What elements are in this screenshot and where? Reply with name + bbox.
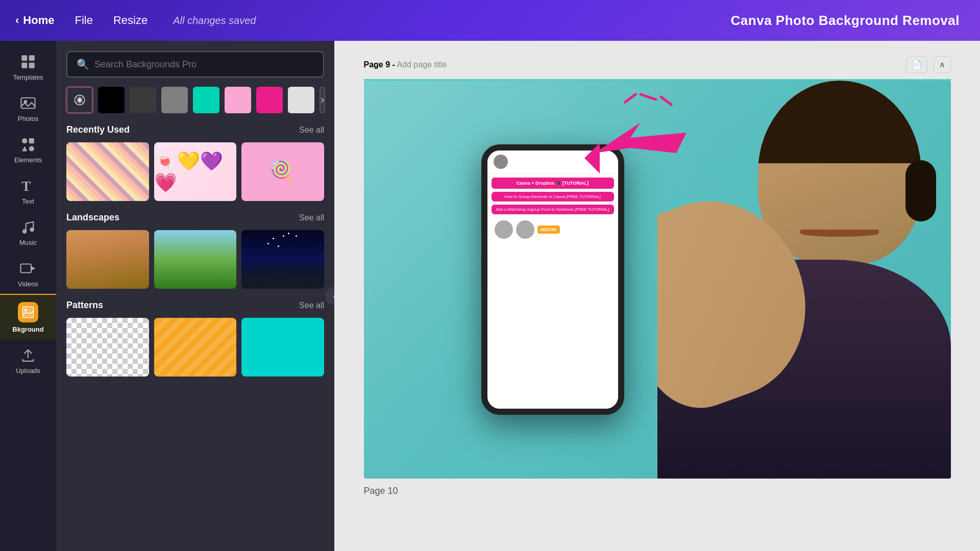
hearts-emoji: 🍬💛💜💗	[154, 151, 237, 193]
phone-content: Canva + Dropbox 🎓 [TUTORIAL] How to Grou…	[487, 173, 618, 409]
candy-texture	[66, 142, 149, 201]
panel-collapse-button[interactable]: ‹	[325, 287, 334, 305]
canvas-area: Page 9 - Add page title 📄 ∧	[334, 41, 980, 551]
recently-used-grid: 🍬💛💜💗 🍭	[66, 142, 324, 201]
sidebar-item-text[interactable]: T Text	[0, 170, 56, 211]
thumb-desert[interactable]	[66, 230, 149, 289]
search-icon: 🔍	[77, 58, 89, 70]
color-swatches-row: ›	[66, 87, 324, 113]
landscapes-grid	[66, 230, 324, 289]
sidebar-item-elements[interactable]: Elements	[0, 129, 56, 170]
thumb-hills[interactable]	[154, 230, 237, 289]
svg-marker-8	[22, 146, 27, 151]
person-mouth-area	[791, 182, 889, 237]
swatch-black[interactable]	[98, 87, 125, 113]
landscapes-title: Landscapes	[66, 212, 119, 223]
patterns-title: Patterns	[66, 300, 103, 311]
thumb-teal-solid[interactable]	[241, 318, 324, 377]
svg-rect-13	[21, 264, 31, 273]
phone-topbar	[487, 151, 618, 173]
uploads-label: Uploads	[16, 367, 40, 374]
swatch-teal[interactable]	[193, 87, 219, 113]
sidebar-item-templates[interactable]: Templates	[0, 46, 56, 87]
text-icon: T	[19, 177, 37, 194]
svg-point-11	[22, 229, 27, 234]
resize-button[interactable]: Resize	[113, 14, 148, 27]
thumb-checker[interactable]	[66, 318, 149, 377]
thumb-pink[interactable]: 🍭	[241, 142, 324, 201]
swatch-gray[interactable]	[161, 87, 188, 113]
thumb-hearts[interactable]: 🍬💛💜💗	[154, 142, 237, 201]
sidebar-item-photos[interactable]: Photos	[0, 87, 56, 129]
svg-rect-3	[29, 63, 35, 68]
thumb-zigzag[interactable]	[154, 318, 237, 377]
swatch-more-button[interactable]: ›	[320, 87, 325, 113]
thumb-night[interactable]	[241, 230, 324, 289]
chevron-left-icon: ‹	[15, 14, 19, 27]
thumb-candy[interactable]	[66, 142, 149, 201]
page-collapse-button[interactable]: ∧	[934, 56, 951, 73]
patterns-see-all[interactable]: See all	[299, 301, 324, 310]
desert-texture	[66, 230, 149, 289]
music-icon	[19, 218, 37, 236]
saved-status: All changes saved	[173, 15, 256, 27]
person-figure-container	[657, 81, 951, 479]
file-menu[interactable]: File	[75, 14, 92, 27]
svg-rect-2	[21, 63, 27, 68]
backgrounds-panel: 🔍 › Recently Used	[56, 41, 334, 551]
templates-icon	[19, 53, 37, 70]
swatch-darkgray[interactable]	[130, 87, 156, 113]
svg-rect-0	[21, 55, 27, 61]
page-container: Page 9 - Add page title 📄 ∧	[364, 51, 951, 504]
phone-bottom-row: eBOOK	[492, 217, 614, 242]
home-label: Home	[23, 14, 54, 27]
svg-point-6	[22, 138, 27, 143]
elements-label: Elements	[14, 156, 42, 164]
bkground-icon-box	[18, 302, 38, 322]
phone-badge: eBOOK	[537, 226, 560, 234]
photos-label: Photos	[18, 115, 38, 122]
slide-inner: Canva + Dropbox 🎓 [TUTORIAL] How to Grou…	[364, 81, 951, 479]
phone-avatar	[494, 155, 508, 169]
recently-used-header: Recently Used See all	[66, 124, 324, 135]
person-hair-bun	[905, 160, 936, 221]
swatch-magenta[interactable]	[256, 87, 283, 113]
recently-used-title: Recently Used	[66, 124, 130, 135]
elements-icon	[19, 136, 37, 153]
phone-screen: Canva + Dropbox 🎓 [TUTORIAL] How to Grou…	[487, 151, 618, 409]
svg-text:T: T	[21, 179, 31, 194]
phone-card-2: How to Group Elements in Canva [FREE TUT…	[492, 192, 614, 202]
phone-mockup: Canva + Dropbox 🎓 [TUTORIAL] How to Grou…	[481, 144, 624, 415]
search-container: 🔍	[66, 51, 324, 78]
page-9-actions: 📄 ∧	[906, 56, 951, 73]
page-10-label: Page 10	[364, 479, 951, 504]
svg-rect-1	[29, 55, 35, 61]
lollipop-emoji: 🍭	[270, 159, 296, 184]
bkground-label: Bkground	[12, 325, 43, 333]
videos-label: Videos	[18, 280, 38, 288]
recently-used-see-all[interactable]: See all	[299, 126, 324, 135]
svg-rect-7	[29, 138, 34, 143]
swatch-pink-light[interactable]	[225, 87, 251, 113]
landscapes-header: Landscapes See all	[66, 212, 324, 223]
sidebar-item-music[interactable]: Music	[0, 211, 56, 253]
swatch-white[interactable]	[288, 87, 314, 113]
sidebar-item-videos[interactable]: Videos	[0, 253, 56, 294]
search-input[interactable]	[94, 59, 314, 70]
sidebar-item-bkground[interactable]: Bkground	[0, 294, 56, 339]
slide-9[interactable]: Canva + Dropbox 🎓 [TUTORIAL] How to Grou…	[364, 81, 951, 479]
music-label: Music	[19, 239, 37, 246]
landscapes-see-all[interactable]: See all	[299, 213, 324, 222]
svg-rect-9	[29, 146, 34, 151]
sidebar: Templates Photos Elements T Text	[0, 41, 56, 551]
upload-icon	[19, 346, 37, 364]
text-label: Text	[22, 197, 34, 205]
patterns-grid	[66, 318, 324, 377]
sidebar-item-uploads[interactable]: Uploads	[0, 339, 56, 381]
night-texture	[241, 230, 324, 289]
page-9-title: Page 9 - Add page title	[364, 60, 447, 69]
page-note-button[interactable]: 📄	[906, 56, 927, 73]
swatch-pattern[interactable]	[66, 87, 93, 113]
topbar: ‹ Home File Resize All changes saved Can…	[0, 0, 980, 41]
home-button[interactable]: ‹ Home	[15, 14, 54, 27]
